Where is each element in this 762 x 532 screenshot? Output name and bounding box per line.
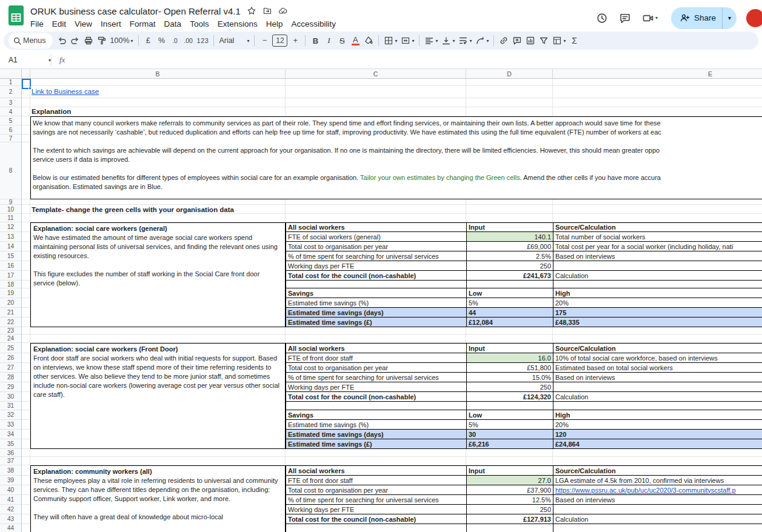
savings-low-value[interactable]: £12,084 — [466, 318, 553, 327]
table-header-input[interactable]: Input — [466, 465, 553, 476]
row-label[interactable]: Total cost for the council (non-cashable… — [286, 514, 466, 524]
row-header-44[interactable]: 44 — [0, 524, 21, 532]
name-box[interactable]: A1 ▾ — [0, 56, 51, 64]
savings-label[interactable]: Estimated time savings (£) — [286, 439, 466, 449]
font-select[interactable]: Arial ▾ — [217, 33, 251, 48]
currency-format-button[interactable]: £ — [142, 33, 155, 48]
row-header-31[interactable]: 31 — [0, 402, 21, 410]
row-header-17[interactable]: 17 — [0, 271, 21, 281]
savings-label[interactable]: Estimated time savings (days) — [286, 308, 466, 318]
row-source[interactable]: Based on interviews — [553, 373, 762, 382]
menu-file[interactable]: File — [26, 19, 48, 29]
row-value[interactable]: £241,673 — [466, 271, 553, 281]
row-header-37[interactable]: 37 — [0, 457, 21, 465]
row-source[interactable]: Calculation — [553, 514, 762, 524]
document-title[interactable]: ORUK business case calculator- Open Refe… — [30, 6, 241, 16]
row-source[interactable] — [553, 505, 762, 514]
grid[interactable]: Link to Business case Explanation We kno… — [22, 79, 762, 532]
menu-extensions[interactable]: Extensions — [213, 19, 262, 29]
column-header-E[interactable]: E — [553, 69, 762, 78]
savings-label[interactable]: Estimated time savings (days) — [286, 430, 466, 439]
insert-chart-button[interactable] — [524, 33, 537, 48]
row-source[interactable] — [553, 382, 762, 392]
row-header-7[interactable]: 7 — [0, 135, 21, 142]
row-value[interactable]: £37,900 — [466, 485, 553, 495]
savings-low-value[interactable]: 44 — [466, 308, 553, 318]
row-label[interactable]: Working days per FTE — [286, 382, 466, 392]
savings-high-header[interactable]: High — [553, 410, 762, 420]
row-value[interactable]: 2.5% — [466, 251, 553, 261]
row-header-23[interactable]: 23 — [0, 327, 21, 334]
row-label[interactable]: Total cost for the council (non-cashable… — [286, 392, 466, 402]
row-header-25[interactable]: 25 — [0, 343, 21, 353]
row-header-9[interactable]: 9 — [0, 199, 21, 205]
row-header-19[interactable]: 19 — [0, 288, 21, 298]
menu-view[interactable]: View — [70, 19, 96, 29]
menus-button[interactable]: Menus — [8, 33, 53, 48]
row-label[interactable]: Working days per FTE — [286, 261, 466, 271]
fill-color-button[interactable] — [362, 33, 375, 48]
savings-low-value[interactable]: 5% — [466, 298, 553, 308]
move-folder-icon[interactable] — [262, 6, 272, 16]
strikethrough-button[interactable]: S — [335, 33, 349, 48]
row-label[interactable]: Total cost to organisation per year — [286, 242, 466, 251]
font-size-input[interactable]: 12 — [272, 35, 287, 47]
empty-cell[interactable] — [286, 281, 466, 288]
row-header-30[interactable]: 30 — [0, 392, 21, 402]
savings-low-header[interactable]: Low — [466, 410, 553, 420]
menu-help[interactable]: Help — [262, 19, 287, 29]
row-header-32[interactable]: 32 — [0, 410, 21, 420]
savings-high-value[interactable]: 20% — [553, 420, 762, 430]
savings-label[interactable]: Estimated time savings (£) — [286, 318, 466, 327]
star-icon[interactable] — [247, 6, 256, 16]
bold-button[interactable]: B — [309, 33, 322, 48]
empty-cell[interactable] — [286, 524, 466, 532]
column-header-B[interactable]: B — [30, 69, 286, 78]
cloud-status-icon[interactable] — [278, 6, 288, 16]
create-filter-button[interactable] — [537, 33, 550, 48]
row-header-18[interactable]: 18 — [0, 281, 21, 288]
row-header-2[interactable]: 2 — [0, 86, 21, 98]
table-header-label[interactable]: All social workers — [286, 465, 466, 476]
column-header-A[interactable] — [22, 69, 30, 78]
row-label[interactable]: Total cost to organisation per year — [286, 485, 466, 495]
row-value[interactable]: 250 — [466, 261, 553, 271]
row-header-41[interactable]: 41 — [0, 495, 21, 505]
empty-cell[interactable] — [286, 402, 466, 410]
empty-cell[interactable] — [553, 524, 762, 532]
empty-cell[interactable] — [466, 524, 553, 532]
row-value[interactable]: £124,320 — [466, 392, 553, 402]
empty-cell[interactable] — [553, 402, 762, 410]
version-history-icon[interactable] — [596, 12, 609, 25]
row-header-5[interactable]: 5 — [0, 116, 21, 125]
menu-edit[interactable]: Edit — [48, 19, 70, 29]
row-header-34[interactable]: 34 — [0, 430, 21, 439]
savings-label[interactable]: Estimated time savings (%) — [286, 420, 466, 430]
filter-views-button[interactable]: ▾ — [550, 33, 567, 48]
table-header-label[interactable]: All social workers — [286, 343, 466, 353]
empty-cell[interactable] — [466, 402, 553, 410]
text-wrap-button[interactable]: ▾ — [456, 33, 473, 48]
print-button[interactable] — [82, 33, 95, 48]
row-header-4[interactable]: 4 — [0, 107, 21, 116]
column-header-D[interactable]: D — [466, 69, 553, 78]
row-value[interactable]: 12.5% — [466, 495, 553, 505]
row-label[interactable]: FTE of front door staff — [286, 476, 466, 485]
select-all-corner[interactable] — [0, 69, 22, 79]
row-header-43[interactable]: 43 — [0, 514, 21, 524]
table-header-source[interactable]: Source/Calculation — [553, 465, 762, 476]
empty-cell[interactable] — [466, 281, 553, 288]
paint-format-button[interactable] — [95, 33, 109, 48]
row-header-24[interactable]: 24 — [0, 334, 21, 343]
row-source[interactable]: Estimated based on total social workers — [553, 363, 762, 373]
row-header-40[interactable]: 40 — [0, 485, 21, 495]
row-header-42[interactable]: 42 — [0, 505, 21, 514]
row-value[interactable]: 27.0 — [466, 476, 553, 485]
row-label[interactable]: % of time spent for searching for univer… — [286, 251, 466, 261]
row-source[interactable]: Based on interviews — [553, 495, 762, 505]
row-header-15[interactable]: 15 — [0, 251, 21, 261]
row-source[interactable]: Total cost per year for a social worker … — [553, 242, 762, 251]
row-header-35[interactable]: 35 — [0, 439, 21, 449]
row-source[interactable]: Total number of social workers — [553, 232, 762, 242]
comments-icon[interactable] — [619, 12, 632, 25]
